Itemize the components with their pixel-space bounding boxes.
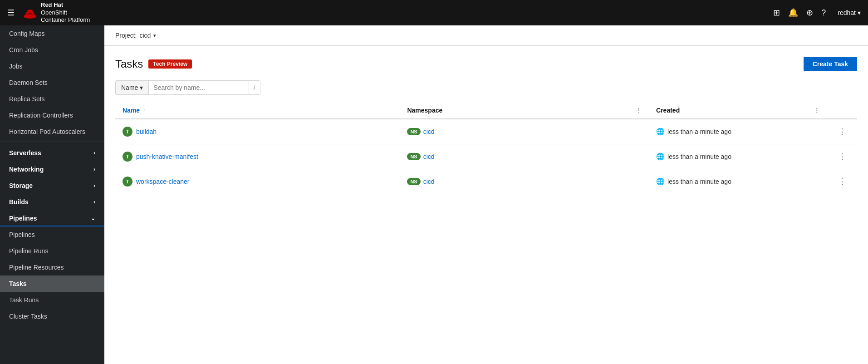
sidebar-item-task-runs[interactable]: Task Runs [0, 292, 104, 308]
builds-chevron-icon: › [93, 199, 95, 205]
col-actions [827, 102, 857, 119]
filter-row: Name ▾ / [115, 80, 260, 95]
top-navigation: ☰ Red Hat OpenShift Container Platform ⊞… [0, 0, 868, 25]
grid-icon[interactable]: ⊞ [773, 8, 780, 18]
sidebar-item-pipeline-resources[interactable]: Pipeline Resources [0, 259, 104, 275]
filter-dropdown-chevron-icon: ▾ [140, 84, 143, 91]
topnav-icons: ⊞ 🔔 ⊕ ? redhat ▾ [773, 8, 861, 18]
bell-icon[interactable]: 🔔 [788, 8, 798, 18]
task-actions-cell: ⋮ [827, 119, 857, 144]
row-kebab-menu-button[interactable]: ⋮ [834, 175, 850, 188]
table-row: T push-knative-manifest NS cicd 🌐 less t… [115, 144, 857, 169]
sidebar-section-storage[interactable]: Storage › [0, 177, 104, 193]
brand-text: Red Hat OpenShift Container Platform [41, 1, 90, 25]
row-kebab-menu-button[interactable]: ⋮ [834, 150, 850, 163]
page-title: Tasks [115, 58, 143, 70]
namespace-badge: NS [407, 153, 420, 160]
task-type-icon: T [123, 152, 132, 162]
globe-icon: 🌐 [656, 128, 665, 136]
sidebar-item-pipeline-runs[interactable]: Pipeline Runs [0, 243, 104, 259]
col-name-label: Name [123, 107, 140, 114]
task-name-cell: T workspace-cleaner [115, 169, 400, 194]
pipelines-chevron-icon: ⌄ [91, 215, 95, 221]
sidebar-item-horizontal-pod-autoscalers[interactable]: Horizontal Pod Autoscalers [0, 123, 104, 140]
hamburger-menu[interactable]: ☰ [7, 8, 15, 18]
namespace-link[interactable]: cicd [423, 153, 435, 160]
sidebar: Config Maps Cron Jobs Jobs Daemon Sets R… [0, 25, 104, 364]
svg-point-1 [27, 10, 33, 12]
task-name-cell: T buildah [115, 119, 400, 144]
task-type-icon: T [123, 177, 132, 187]
sidebar-item-replica-sets[interactable]: Replica Sets [0, 91, 104, 107]
task-actions-cell: ⋮ [827, 144, 857, 169]
sidebar-item-jobs[interactable]: Jobs [0, 58, 104, 74]
app-body: Config Maps Cron Jobs Jobs Daemon Sets R… [0, 25, 868, 364]
sidebar-item-replication-controllers[interactable]: Replication Controllers [0, 107, 104, 123]
namespace-link[interactable]: cicd [423, 128, 435, 135]
sidebar-item-tasks[interactable]: Tasks [0, 275, 104, 292]
task-name-link[interactable]: push-knative-manifest [136, 153, 198, 160]
page-header: Tasks Tech Preview Create Task [115, 57, 857, 71]
project-bar: Project: cicd ▾ [104, 25, 868, 46]
task-namespace-cell: NS cicd [400, 119, 649, 144]
sidebar-sub-pipelines: Pipelines Pipeline Runs Pipeline Resourc… [0, 226, 104, 325]
table-body: T buildah NS cicd 🌐 less than a minute a… [115, 119, 857, 194]
sidebar-item-cluster-tasks[interactable]: Cluster Tasks [0, 308, 104, 325]
search-shortcut: / [249, 81, 260, 94]
page-title-row: Tasks Tech Preview [115, 58, 192, 70]
help-icon[interactable]: ? [821, 8, 826, 18]
sidebar-section-pipelines[interactable]: Pipelines ⌄ [0, 209, 104, 226]
project-chevron-icon[interactable]: ▾ [153, 33, 156, 39]
namespace-badge: NS [407, 178, 420, 185]
create-task-button[interactable]: Create Task [804, 57, 857, 71]
search-input[interactable] [149, 81, 249, 94]
globe-icon: 🌐 [656, 177, 665, 186]
task-created-cell: 🌐 less than a minute ago [649, 119, 827, 144]
created-col-menu-icon[interactable]: ⋮ [814, 107, 820, 114]
filter-dropdown-button[interactable]: Name ▾ [116, 81, 149, 94]
col-name[interactable]: Name ↑ [115, 102, 400, 119]
project-name[interactable]: cicd [139, 32, 151, 39]
user-menu[interactable]: redhat ▾ [838, 9, 861, 16]
sidebar-item-daemon-sets[interactable]: Daemon Sets [0, 74, 104, 91]
namespace-link[interactable]: cicd [423, 178, 435, 185]
table-header: Name ↑ Namespace ⋮ Created ⋮ [115, 102, 857, 119]
task-namespace-cell: NS cicd [400, 169, 649, 194]
sidebar-section-builds[interactable]: Builds › [0, 193, 104, 209]
task-type-icon: T [123, 127, 132, 137]
table-row: T buildah NS cicd 🌐 less than a minute a… [115, 119, 857, 144]
tasks-table: Name ↑ Namespace ⋮ Created ⋮ [115, 102, 857, 194]
created-time: less than a minute ago [667, 178, 731, 185]
sidebar-section-serverless[interactable]: Serverless › [0, 144, 104, 160]
task-created-cell: 🌐 less than a minute ago [649, 144, 827, 169]
storage-chevron-icon: › [93, 182, 95, 189]
namespace-badge: NS [407, 128, 420, 135]
serverless-chevron-icon: › [93, 150, 95, 156]
sidebar-item-cron-jobs[interactable]: Cron Jobs [0, 42, 104, 58]
task-actions-cell: ⋮ [827, 169, 857, 194]
sort-asc-icon: ↑ [143, 108, 146, 114]
brand-logo: Red Hat OpenShift Container Platform [22, 1, 773, 25]
task-namespace-cell: NS cicd [400, 144, 649, 169]
sidebar-item-pipelines[interactable]: Pipelines [0, 226, 104, 243]
sidebar-divider-1 [0, 142, 104, 142]
plus-icon[interactable]: ⊕ [806, 8, 813, 18]
row-kebab-menu-button[interactable]: ⋮ [834, 125, 850, 138]
main-content: Project: cicd ▾ Tasks Tech Preview Creat… [104, 25, 868, 364]
svg-point-0 [24, 14, 36, 19]
task-name-link[interactable]: buildah [136, 128, 157, 135]
col-namespace[interactable]: Namespace ⋮ [400, 102, 649, 119]
filter-dropdown-label: Name [121, 84, 138, 91]
table-row: T workspace-cleaner NS cicd 🌐 less than … [115, 169, 857, 194]
namespace-col-menu-icon[interactable]: ⋮ [635, 107, 642, 114]
created-time: less than a minute ago [667, 153, 731, 160]
sidebar-item-config-maps[interactable]: Config Maps [0, 25, 104, 42]
content-area: Tasks Tech Preview Create Task Name ▾ / [104, 46, 868, 205]
task-name-link[interactable]: workspace-cleaner [136, 178, 190, 185]
sidebar-section-networking[interactable]: Networking › [0, 160, 104, 177]
task-name-cell: T push-knative-manifest [115, 144, 400, 169]
col-created[interactable]: Created ⋮ [649, 102, 827, 119]
task-created-cell: 🌐 less than a minute ago [649, 169, 827, 194]
project-label: Project: [115, 32, 137, 39]
globe-icon: 🌐 [656, 152, 665, 161]
